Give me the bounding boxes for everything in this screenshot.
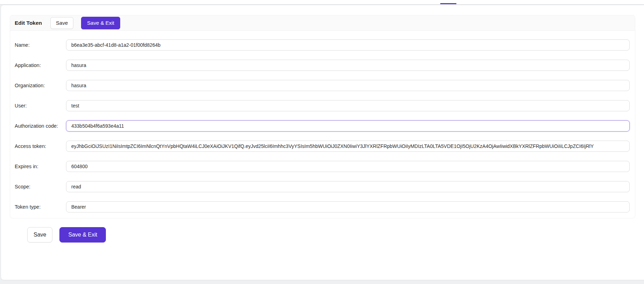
- expires-in-input[interactable]: [66, 161, 630, 172]
- save-button-bottom[interactable]: Save: [27, 227, 52, 242]
- page-title: Edit Token: [15, 20, 42, 26]
- edit-token-panel: Edit Token Save Save & Exit Name: Applic…: [10, 15, 635, 218]
- token-type-input[interactable]: [66, 201, 630, 212]
- form-row-user: User:: [10, 100, 635, 111]
- page: Edit Token Save Save & Exit Name: Applic…: [0, 0, 644, 284]
- form-row-access-token: Access token:: [10, 141, 635, 152]
- access-token-label: Access token:: [15, 143, 66, 149]
- scope-input[interactable]: [66, 181, 630, 192]
- organization-label: Organization:: [15, 83, 66, 88]
- authorization-code-label: Authorization code:: [15, 123, 66, 129]
- nav-active-tab-indicator: [440, 3, 456, 4]
- authorization-code-input[interactable]: [66, 120, 630, 132]
- form-row-authorization-code: Authorization code:: [10, 120, 635, 132]
- user-label: User:: [15, 103, 66, 109]
- top-navbar: [0, 0, 644, 4]
- expires-in-label: Expires in:: [15, 164, 66, 169]
- name-label: Name:: [15, 42, 66, 48]
- application-input[interactable]: [66, 60, 630, 71]
- form-row-application: Application:: [10, 60, 635, 71]
- content-card: Edit Token Save Save & Exit Name: Applic…: [1, 5, 644, 280]
- organization-input[interactable]: [66, 80, 630, 91]
- save-button-top[interactable]: Save: [50, 17, 73, 29]
- form-row-name: Name:: [10, 39, 635, 51]
- user-input[interactable]: [66, 100, 630, 111]
- application-label: Application:: [15, 62, 66, 68]
- save-and-exit-button-top[interactable]: Save & Exit: [81, 17, 120, 29]
- token-form: Name: Application: Organization: User: A: [10, 31, 635, 218]
- form-row-organization: Organization:: [10, 80, 635, 91]
- footer-actions: Save Save & Exit: [27, 227, 106, 242]
- form-row-expires-in: Expires in:: [10, 161, 635, 172]
- panel-header: Edit Token Save Save & Exit: [10, 15, 635, 31]
- save-and-exit-button-bottom[interactable]: Save & Exit: [59, 227, 106, 242]
- token-type-label: Token type:: [15, 204, 66, 210]
- form-row-token-type: Token type:: [10, 201, 635, 212]
- access-token-input[interactable]: [66, 141, 630, 152]
- name-input[interactable]: [66, 39, 630, 51]
- form-row-scope: Scope:: [10, 181, 635, 192]
- scope-label: Scope:: [15, 184, 66, 189]
